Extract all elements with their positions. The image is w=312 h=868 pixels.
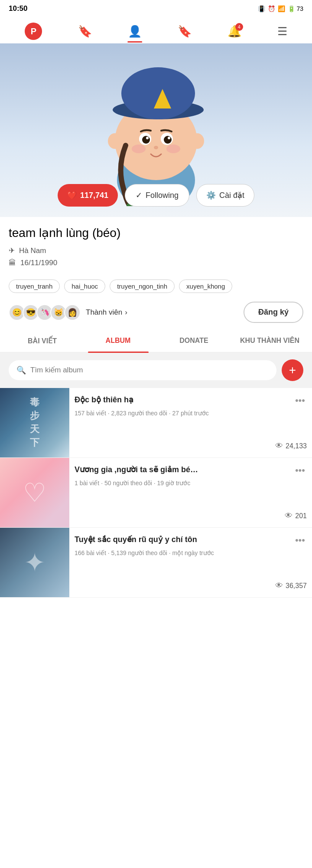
album-item-1: Vương gia ,người ta sẽ giảm bé… ••• 1 bà… <box>0 458 312 528</box>
alarm-icon: ⏰ <box>268 5 275 12</box>
following-label: Following <box>146 191 179 200</box>
p-badge: P <box>25 23 42 40</box>
status-time: 10:50 <box>9 4 27 13</box>
album-more-2[interactable]: ••• <box>293 535 307 546</box>
album-views-0: 👁 24,133 <box>75 441 307 450</box>
nav-item-bookmark[interactable]: 🔖 <box>73 21 97 42</box>
notif-wrap: 🔔 4 <box>228 25 241 38</box>
subscribe-button[interactable]: Đăng ký <box>244 302 303 323</box>
location-icon: ✈ <box>9 246 15 255</box>
profile-birthday: 🏛 16/11/1990 <box>9 259 303 267</box>
nav-item-save[interactable]: 🔖 <box>172 21 197 42</box>
profile-info: team lạnh lùng (béo) ✈ Hà Nam 🏛 16/11/19… <box>0 217 312 275</box>
tab-album[interactable]: ALBUM <box>80 330 156 352</box>
album-more-0[interactable]: ••• <box>293 395 307 406</box>
tab-khu-thanh-vien[interactable]: KHU THÀNH VIÊN <box>232 330 308 352</box>
album-title-row-2: Tuyệt sắc quyến rũ quỷ y chí tôn ••• <box>75 535 307 546</box>
eye-icon-2: 👁 <box>275 581 283 590</box>
svg-point-14 <box>154 146 158 149</box>
profile-name: team lạnh lùng (béo) <box>9 226 303 240</box>
settings-label: Cài đặt <box>219 191 244 200</box>
album-title-row-1: Vương gia ,người ta sẽ giảm bé… ••• <box>75 465 307 476</box>
album-item-0: Độc bộ thiên hạ ••• 157 bài viết · 2,823… <box>0 388 312 458</box>
nav-item-menu[interactable]: ☰ <box>272 21 292 42</box>
nav-item-notif[interactable]: 🔔 4 <box>222 21 247 42</box>
album-meta-0: 157 bài viết · 2,823 người theo dõi · 27… <box>75 409 307 418</box>
sim-icon: 📳 <box>258 5 265 12</box>
tag-2[interactable]: truyen_ngon_tinh <box>110 279 175 293</box>
gear-icon: ⚙️ <box>206 191 216 200</box>
likes-button[interactable]: ❤️ 117,741 <box>58 184 118 207</box>
tags-row: truyen_tranh hai_huoc truyen_ngon_tinh x… <box>0 275 312 297</box>
album-more-1[interactable]: ••• <box>293 465 307 476</box>
settings-button[interactable]: ⚙️ Cài đặt <box>196 184 254 207</box>
svg-point-5 <box>121 67 195 119</box>
bookmark-icon: 🔖 <box>78 25 92 38</box>
member-avatar-5: 👩 <box>64 304 81 321</box>
album-views-1: 👁 201 <box>75 511 307 520</box>
album-item-2: Tuyệt sắc quyến rũ quỷ y chí tôn ••• 166… <box>0 528 312 598</box>
album-title-2[interactable]: Tuyệt sắc quyến rũ quỷ y chí tôn <box>75 535 290 544</box>
svg-point-17 <box>108 133 122 149</box>
profile-cover: ❤️ 117,741 ✓ Following ⚙️ Cài đặt <box>0 43 312 217</box>
members-row: 😊 😎 🦄 😸 👩 Thành viên › Đăng ký <box>0 297 312 330</box>
album-meta-2: 166 bài viết · 5,139 người theo dõi · mộ… <box>75 549 307 558</box>
search-input[interactable] <box>30 366 269 375</box>
album-info-1: Vương gia ,người ta sẽ giảm bé… ••• 1 bà… <box>69 458 312 527</box>
status-bar: 10:50 📳 ⏰ 📶 🔋 73 <box>0 0 312 16</box>
svg-point-15 <box>132 145 146 153</box>
nav-item-profile[interactable]: 👤 <box>123 21 147 42</box>
svg-point-13 <box>168 137 170 139</box>
album-title-0[interactable]: Độc bộ thiên hạ <box>75 395 290 404</box>
album-list: Độc bộ thiên hạ ••• 157 bài viết · 2,823… <box>0 388 312 598</box>
album-title-1[interactable]: Vương gia ,người ta sẽ giảm bé… <box>75 465 290 474</box>
hamburger-icon: ☰ <box>277 25 287 38</box>
battery-icon: 🔋 73 <box>288 5 303 12</box>
album-title-row-0: Độc bộ thiên hạ ••• <box>75 395 307 406</box>
avatar-image <box>87 46 225 206</box>
eye-icon-0: 👁 <box>275 441 283 450</box>
save-icon: 🔖 <box>178 25 192 38</box>
search-icon: 🔍 <box>16 365 26 375</box>
members-left: 😊 😎 🦄 😸 👩 Thành viên › <box>9 304 127 321</box>
nav-bar: P 🔖 👤 🔖 🔔 4 ☰ <box>0 16 312 43</box>
following-button[interactable]: ✓ Following <box>125 184 189 207</box>
chevron-icon: › <box>125 308 127 317</box>
tag-0[interactable]: truyen_tranh <box>9 279 60 293</box>
album-thumb-2 <box>0 528 69 597</box>
svg-point-11 <box>164 136 172 144</box>
album-thumb-0 <box>0 388 69 457</box>
eye-icon-1: 👁 <box>285 511 292 520</box>
signal-icon: 📶 <box>278 5 285 12</box>
birthday-icon: 🏛 <box>9 259 16 267</box>
tabs-row: BÀI VIẾT ALBUM DONATE KHU THÀNH VIÊN <box>0 330 312 352</box>
svg-point-18 <box>190 133 204 149</box>
search-bar: 🔍 <box>9 360 276 380</box>
likes-count: 117,741 <box>80 191 108 200</box>
svg-point-16 <box>166 145 180 153</box>
nav-item-p[interactable]: P <box>20 19 47 43</box>
album-views-2: 👁 36,357 <box>75 581 307 590</box>
album-thumb-1 <box>0 458 69 527</box>
tab-donate[interactable]: DONATE <box>156 330 232 352</box>
tag-1[interactable]: hai_huoc <box>64 279 105 293</box>
tag-3[interactable]: xuyen_khong <box>179 279 232 293</box>
check-icon: ✓ <box>136 191 142 200</box>
action-buttons: ❤️ 117,741 ✓ Following ⚙️ Cài đặt <box>0 184 312 207</box>
album-info-2: Tuyệt sắc quyến rũ quỷ y chí tôn ••• 166… <box>69 528 312 597</box>
album-meta-1: 1 bài viết · 50 người theo dõi · 19 giờ … <box>75 479 307 488</box>
tab-bai-viet[interactable]: BÀI VIẾT <box>4 330 80 352</box>
search-section: 🔍 + <box>0 352 312 388</box>
svg-point-12 <box>146 137 149 139</box>
album-info-0: Độc bộ thiên hạ ••• 157 bài viết · 2,823… <box>69 388 312 457</box>
status-icons: 📳 ⏰ 📶 🔋 73 <box>258 5 303 12</box>
svg-point-10 <box>142 136 150 144</box>
notif-badge: 4 <box>235 23 243 31</box>
members-label[interactable]: Thành viên › <box>86 308 127 317</box>
profile-location: ✈ Hà Nam <box>9 246 303 255</box>
heart-icon: ❤️ <box>67 191 77 200</box>
profile-icon: 👤 <box>128 25 142 38</box>
add-album-button[interactable]: + <box>282 359 303 381</box>
